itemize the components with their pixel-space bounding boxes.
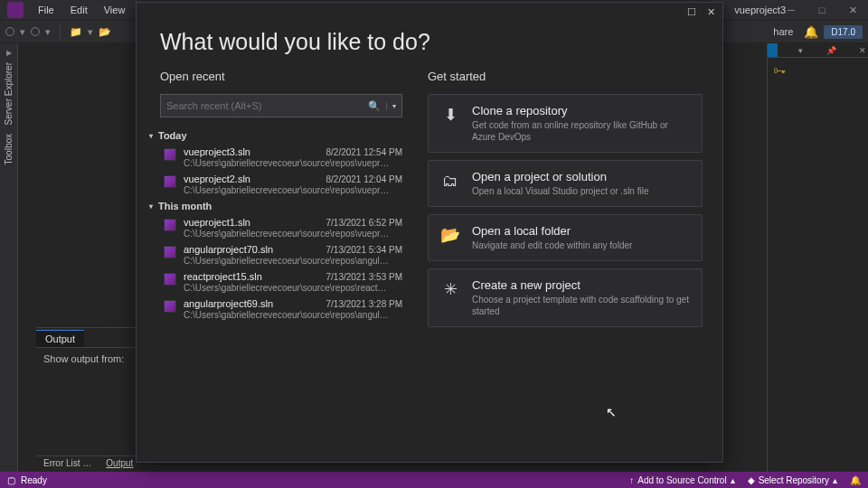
- dialog-maximize-icon[interactable]: ☐: [687, 6, 696, 18]
- up-arrow-icon: ↑: [629, 475, 634, 485]
- nav-forward-icon[interactable]: [31, 27, 40, 36]
- status-select-repository[interactable]: ◆ Select Repository ▴: [748, 475, 837, 485]
- recent-group-label: This month: [158, 201, 212, 211]
- solution-icon: [164, 175, 176, 188]
- search-icon: 🔍: [368, 100, 381, 112]
- get-started-card[interactable]: 🗂Open a project or solutionOpen a local …: [428, 160, 703, 207]
- repo-icon: ◆: [748, 475, 755, 485]
- bell-icon: 🔔: [850, 475, 861, 485]
- menu-view[interactable]: View: [97, 3, 133, 17]
- open-dropdown-icon[interactable]: ▾: [88, 26, 93, 38]
- recent-item-name: vueproject3.sln: [184, 146, 250, 157]
- chevron-up-icon: ▴: [731, 475, 735, 485]
- recent-search[interactable]: 🔍 ▾: [160, 94, 402, 117]
- recent-search-input[interactable]: [166, 100, 368, 111]
- get-started-card[interactable]: ✳Create a new projectChoose a project te…: [428, 268, 703, 327]
- menu-file[interactable]: File: [31, 3, 61, 17]
- notifications-icon[interactable]: 🔔: [804, 25, 818, 39]
- window-maximize[interactable]: □: [807, 0, 837, 20]
- window-close[interactable]: ✕: [837, 0, 868, 20]
- recent-item-path: C:\Users\gabriellecrevecoeur\source\repo…: [184, 185, 392, 195]
- open-recent-heading: Open recent: [160, 70, 402, 83]
- recent-item[interactable]: vueproject1.sln7/13/2021 6:52 PMC:\Users…: [160, 213, 402, 240]
- recent-item-date: 8/2/2021 12:04 PM: [326, 174, 402, 184]
- card-title: Open a local folder: [472, 224, 632, 238]
- status-ready: Ready: [21, 475, 47, 485]
- new-project-icon: ✳: [439, 278, 461, 300]
- solution-icon: [164, 148, 176, 161]
- card-description: Navigate and edit code within any folder: [472, 239, 632, 251]
- get-started-heading: Get started: [428, 70, 703, 83]
- live-share-button[interactable]: hare: [768, 24, 798, 39]
- tab-server-explorer[interactable]: Server Explorer: [4, 59, 14, 128]
- statusbar: ▢ Ready ↑ Add to Source Control ▴ ◆ Sele…: [0, 472, 868, 488]
- solution-icon: [164, 300, 176, 313]
- card-description: Open a local Visual Studio project or .s…: [472, 185, 648, 197]
- menu-edit[interactable]: Edit: [63, 3, 95, 17]
- recent-item[interactable]: reactproject15.sln7/13/2021 3:53 PMC:\Us…: [160, 267, 402, 295]
- recent-item-name: angularproject70.sln: [184, 244, 273, 255]
- status-add-source-control[interactable]: ↑ Add to Source Control ▴: [629, 475, 734, 485]
- card-title: Clone a repository: [472, 104, 691, 117]
- recent-item-date: 7/13/2021 3:53 PM: [326, 272, 402, 282]
- recent-item-date: 7/13/2021 5:34 PM: [326, 245, 402, 255]
- get-started-card[interactable]: 📂Open a local folderNavigate and edit co…: [428, 214, 703, 261]
- status-notifications[interactable]: 🔔: [850, 475, 861, 485]
- tab-toolbox[interactable]: Toolbox: [4, 130, 14, 168]
- dialog-title: What would you like to do?: [137, 22, 722, 70]
- recent-item-name: angularproject69.sln: [184, 298, 273, 309]
- dialog-close-icon[interactable]: ✕: [707, 6, 715, 18]
- tab-error-list[interactable]: Error List …: [36, 456, 99, 472]
- recent-item-path: C:\Users\gabriellecrevecoeur\source\repo…: [184, 256, 392, 266]
- solution-icon: [164, 246, 176, 258]
- card-title: Open a project or solution: [472, 170, 648, 183]
- recent-item[interactable]: vueproject2.sln8/2/2021 12:04 PMC:\Users…: [160, 170, 402, 197]
- nav-back-icon[interactable]: [5, 27, 14, 36]
- recent-item-path: C:\Users\gabriellecrevecoeur\source\repo…: [184, 158, 392, 168]
- solution-explorer-tab[interactable]: [768, 43, 778, 57]
- toolwindow-chevron-icon[interactable]: ▶: [6, 49, 12, 57]
- recent-item-date: 8/2/2021 12:54 PM: [326, 147, 402, 157]
- toolwindow-dropdown-icon[interactable]: ▾: [797, 44, 805, 57]
- recent-item-path: C:\Users\gabriellecrevecoeur\source\repo…: [184, 229, 392, 239]
- recent-item-path: C:\Users\gabriellecrevecoeur\source\repo…: [184, 310, 392, 320]
- recent-group-label: Today: [158, 130, 187, 141]
- open-folder-icon: 📂: [439, 224, 461, 246]
- status-add-label: Add to Source Control: [637, 475, 726, 485]
- recent-item-date: 7/13/2021 6:52 PM: [326, 218, 402, 228]
- recent-item-date: 7/13/2021 3:28 PM: [326, 299, 402, 309]
- get-started-card[interactable]: ⬇Clone a repositoryGet code from an onli…: [428, 94, 703, 153]
- recent-item[interactable]: angularproject69.sln7/13/2021 3:28 PMC:\…: [160, 295, 402, 322]
- card-description: Get code from an online repository like …: [472, 119, 691, 143]
- toolwindow-close-icon[interactable]: ✕: [857, 44, 868, 57]
- chevron-up-icon: ▴: [833, 475, 837, 485]
- disclosure-triangle-icon: ▾: [149, 132, 153, 140]
- status-repo-label: Select Repository: [759, 475, 829, 485]
- left-toolwindow-tabs: ▶ Server Explorer Toolbox: [0, 43, 18, 472]
- recent-item[interactable]: vueproject3.sln8/2/2021 12:54 PMC:\Users…: [160, 143, 402, 170]
- recent-group-head[interactable]: ▾Today: [149, 130, 402, 141]
- recent-group-head[interactable]: ▾This month: [149, 201, 402, 211]
- recent-item-path: C:\Users\gabriellecrevecoeur\source\repo…: [184, 283, 392, 293]
- card-description: Choose a project template with code scaf…: [472, 294, 691, 317]
- disclosure-triangle-icon: ▾: [149, 202, 153, 211]
- version-pill[interactable]: D17.0: [824, 25, 863, 39]
- toolwindow-pin-icon[interactable]: 📌: [825, 44, 838, 57]
- search-dropdown-icon[interactable]: ▾: [386, 102, 396, 110]
- tab-output[interactable]: Output: [99, 456, 140, 472]
- open-project-icon: 🗂: [439, 170, 461, 192]
- nav-forward-dropdown-icon[interactable]: ▾: [45, 26, 51, 38]
- output-tab[interactable]: Output: [36, 330, 84, 347]
- open-folder-icon[interactable]: 📁: [70, 26, 82, 38]
- nav-dropdown-icon[interactable]: ▾: [20, 26, 25, 38]
- mouse-cursor: ↖: [606, 405, 617, 419]
- clone-icon: ⬇: [439, 104, 461, 126]
- right-toolwindow: ▾ 📌 ✕ 🗝: [767, 43, 868, 472]
- key-icon: 🗝: [773, 63, 863, 78]
- window-minimize[interactable]: ─: [776, 0, 807, 20]
- recent-item-name: vueproject2.sln: [184, 174, 250, 184]
- open-folder2-icon[interactable]: 📂: [99, 26, 111, 38]
- solution-icon: [164, 219, 176, 231]
- vs-logo: [7, 2, 24, 18]
- recent-item[interactable]: angularproject70.sln7/13/2021 5:34 PMC:\…: [160, 240, 402, 267]
